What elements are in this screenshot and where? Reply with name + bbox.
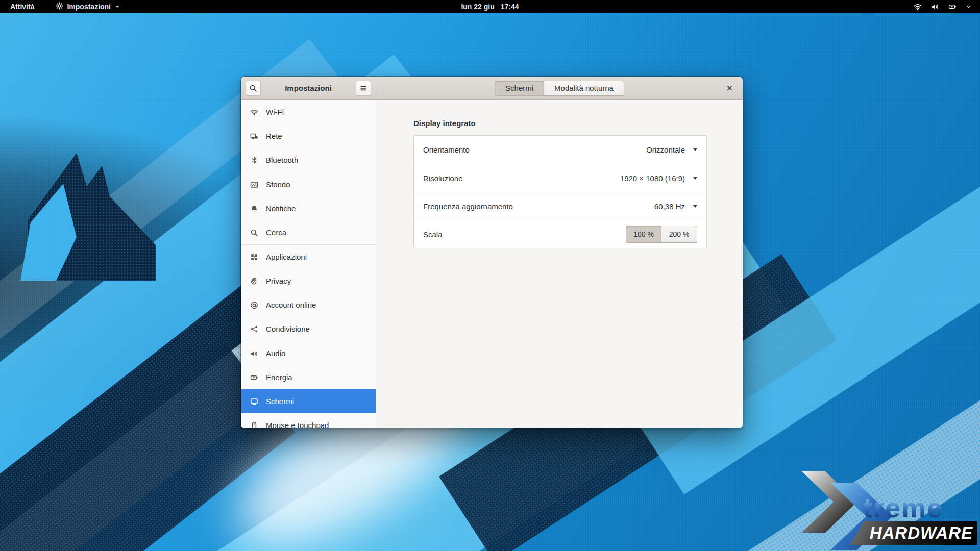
sidebar-item-rete[interactable]: Rete: [241, 124, 376, 148]
close-button[interactable]: [723, 82, 736, 95]
section-title: Display integrato: [413, 119, 743, 128]
sidebar-item-energia[interactable]: Energia: [241, 365, 376, 389]
gear-icon: [56, 2, 63, 10]
bell-icon: [250, 205, 258, 213]
tab-schermi[interactable]: Schermi: [495, 81, 544, 96]
setting-row-orientation[interactable]: Orientamento Orizzontale: [414, 136, 706, 164]
row-value: Orizzontale: [646, 145, 697, 154]
headerbar-main-section: SchermiModalità notturna: [376, 77, 743, 100]
watermark-hardware-banner: HARDWARE: [850, 521, 977, 545]
dropdown-arrow-icon: [693, 177, 697, 180]
sidebar-item-label: Condivisione: [266, 324, 310, 333]
activities-button[interactable]: Attività: [7, 0, 37, 13]
search-button[interactable]: [246, 81, 261, 96]
refresh-rate-value: 60,38 Hz: [654, 202, 685, 211]
row-label: Orientamento: [423, 145, 470, 154]
system-status-area[interactable]: [911, 0, 975, 13]
sidebar-item-label: Mouse e touchpad: [266, 421, 329, 428]
sidebar-item-label: Audio: [266, 349, 285, 358]
hamburger-menu-button[interactable]: [356, 81, 371, 96]
speaker-icon: [250, 349, 258, 358]
sidebar-item-label: Schermi: [266, 397, 294, 406]
watermark-hardware-text: HARDWARE: [870, 523, 973, 543]
orientation-value: Orizzontale: [646, 145, 685, 154]
sidebar-item-wifi[interactable]: Wi-Fi: [241, 100, 376, 124]
sidebar-item-label: Notifiche: [266, 204, 296, 213]
setting-row-scale: Scala 100 %200 %: [414, 220, 706, 248]
headerbar-sidebar-section: Impostazioni: [241, 77, 376, 100]
mouse-icon: [250, 421, 258, 428]
app-menu-button[interactable]: Impostazioni: [53, 0, 122, 13]
sidebar-item-label: Cerca: [266, 228, 286, 237]
sidebar-item-bluetooth[interactable]: Bluetooth: [241, 148, 376, 172]
row-label: Frequenza aggiornamento: [423, 202, 513, 211]
sidebar-item-label: Applicazioni: [266, 253, 307, 261]
sidebar-item-privacy[interactable]: Privacy: [241, 269, 376, 293]
display-panel: Display integrato Orientamento Orizzonta…: [376, 100, 743, 428]
row-label: Scala: [423, 230, 443, 239]
menu-icon: [359, 84, 368, 92]
app-menu-caret-icon: [115, 6, 119, 8]
display-settings-card: Orientamento Orizzontale Risoluzione 192…: [413, 135, 707, 248]
scale-option-200[interactable]: 200 %: [662, 226, 697, 243]
sidebar-item-label: Rete: [266, 132, 282, 140]
battery-icon: [948, 3, 957, 11]
sidebar-item-condivisione[interactable]: Condivisione: [241, 317, 376, 341]
battery-icon: [250, 373, 258, 382]
settings-window: Impostazioni SchermiModalità notturna Wi…: [241, 77, 743, 428]
chevron-down-icon: [966, 4, 972, 10]
sidebar-item-label: Energia: [266, 373, 292, 382]
clock[interactable]: lun 22 giu 17:44: [461, 3, 519, 11]
search-icon: [249, 84, 257, 92]
sidebar-item-schermi[interactable]: Schermi: [241, 389, 376, 413]
sidebar-item-audio[interactable]: Audio: [241, 341, 376, 365]
search-icon: [250, 229, 258, 237]
sidebar-item-notifiche[interactable]: Notifiche: [241, 196, 376, 220]
row-label: Risoluzione: [423, 174, 463, 183]
close-icon: [726, 84, 733, 92]
share-icon: [250, 325, 258, 333]
sidebar-item-account-online[interactable]: Account online: [241, 293, 376, 317]
setting-row-refresh-rate[interactable]: Frequenza aggiornamento 60,38 Hz: [414, 192, 706, 220]
sidebar-item-label: Privacy: [266, 277, 291, 285]
scale-segmented-control: 100 %200 %: [626, 226, 697, 243]
clock-time: 17:44: [501, 3, 519, 11]
settings-sidebar: Wi-FiReteBluetoothSfondoNotificheCercaAp…: [241, 100, 376, 428]
wifi-icon: [914, 3, 922, 11]
sidebar-item-mouse-e-touchpad[interactable]: Mouse e touchpad: [241, 413, 376, 428]
tab-modalita-notturna[interactable]: Modalità notturna: [544, 81, 624, 96]
sidebar-item-cerca[interactable]: Cerca: [241, 220, 376, 244]
clock-date: lun 22 giu: [461, 3, 494, 11]
wifi-icon: [250, 108, 258, 116]
at-icon: [250, 301, 258, 309]
app-menu-label: Impostazioni: [67, 3, 111, 11]
view-switcher: SchermiModalità notturna: [495, 81, 624, 96]
bluetooth-icon: [250, 156, 258, 164]
dropdown-arrow-icon: [693, 148, 697, 151]
resolution-value: 980 × 551 (16:9): [620, 174, 685, 183]
gnome-top-bar: Attività Impostazioni lun 22 giu 17:44: [0, 0, 980, 13]
window-title: Impostazioni: [285, 84, 332, 92]
wallpaper-icon: [250, 181, 258, 189]
sidebar-item-label: Account online: [266, 300, 316, 309]
sidebar-item-sfondo[interactable]: Sfondo: [241, 172, 376, 196]
dropdown-arrow-icon: [693, 205, 697, 208]
watermark-xtreme-text: treme: [863, 492, 943, 523]
activities-label: Attività: [10, 3, 34, 11]
display-icon: [250, 397, 258, 406]
xtreme-hardware-watermark: treme HARDWARE: [801, 471, 977, 549]
sidebar-item-label: Bluetooth: [266, 156, 298, 164]
row-value: 980 × 551 (16:9): [620, 174, 697, 183]
gear-icon: [56, 2, 63, 11]
sidebar-item-applicazioni[interactable]: Applicazioni: [241, 245, 376, 269]
sidebar-item-label: Sfondo: [266, 180, 290, 189]
speaker-icon: [931, 3, 939, 11]
setting-row-resolution[interactable]: Risoluzione 980 × 551 (16:9): [414, 164, 706, 192]
sidebar-item-label: Wi-Fi: [266, 108, 284, 116]
network-icon: [250, 132, 258, 140]
scale-option-100[interactable]: 100 %: [626, 226, 662, 243]
row-value: 60,38 Hz: [654, 202, 697, 211]
